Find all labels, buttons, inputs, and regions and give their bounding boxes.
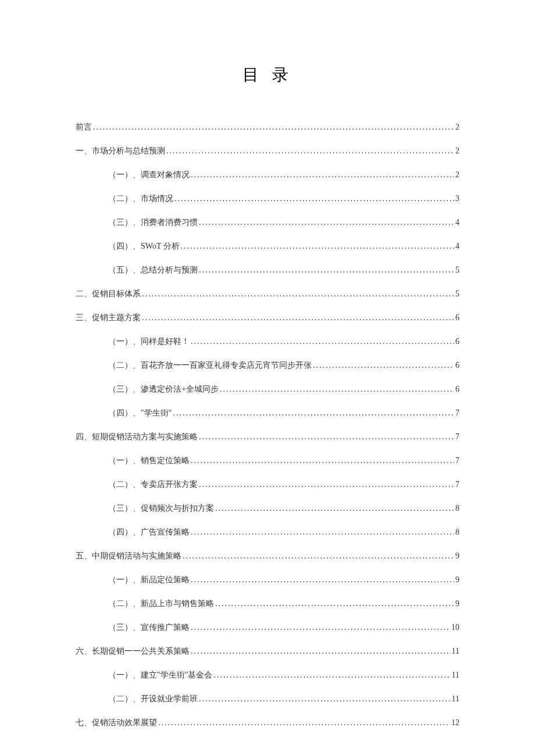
toc-entry-label: 一、市场分析与总结预测: [76, 145, 165, 157]
toc-entry[interactable]: 三、促销主题方案6: [76, 311, 459, 324]
toc-entry[interactable]: （二）、开设就业学前班11: [76, 693, 459, 705]
toc-entry-page: 6: [455, 383, 459, 395]
toc-entry[interactable]: （一）、销售定位策略7: [76, 454, 459, 467]
toc-leader-dots: [93, 121, 454, 133]
toc-entry-label: （二）、市场情况: [108, 192, 173, 205]
toc-entry-label: 二、促销目标体系: [76, 288, 141, 300]
toc-entry-label: （三）、消费者消费习惯: [108, 216, 198, 228]
toc-entry-label: （二）、专卖店开张方案: [108, 478, 198, 490]
toc-entry-page: 7: [455, 407, 459, 419]
toc-leader-dots: [191, 621, 450, 633]
toc-entry-label: （一）、销售定位策略: [108, 454, 190, 467]
toc-entry[interactable]: （五）、总结分析与预测5: [76, 264, 459, 276]
toc-entry-page: 7: [455, 431, 459, 443]
toc-entry[interactable]: 前言2: [76, 121, 459, 133]
toc-entry[interactable]: （三）、宣传推广策略10: [76, 621, 459, 633]
toc-entry[interactable]: 一、市场分析与总结预测2: [76, 145, 459, 157]
toc-entry[interactable]: （三）、渗透定价法+全城同步6: [76, 383, 459, 395]
toc-entry-page: 11: [452, 693, 459, 705]
toc-leader-dots: [213, 669, 450, 681]
toc-entry-label: （一）、调查对象情况: [108, 169, 190, 181]
toc-entry[interactable]: （二）、专卖店开张方案7: [76, 478, 459, 490]
toc-entry-label: （四）、"学生街": [108, 407, 172, 419]
toc-entry-label: （三）、渗透定价法+全城同步: [108, 383, 219, 395]
toc-entry-label: （四）、SWoT 分析: [108, 240, 180, 252]
toc-entry[interactable]: （四）、SWoT 分析4: [76, 240, 459, 252]
toc-leader-dots: [199, 478, 454, 490]
toc-entry[interactable]: 七、促销活动效果展望12: [76, 716, 459, 729]
toc-leader-dots: [181, 240, 454, 252]
toc-entry[interactable]: （一）、新品定位策略9: [76, 574, 459, 586]
toc-entry-label: （一）、同样是好鞋！: [108, 335, 190, 347]
toc-leader-dots: [199, 693, 451, 705]
toc-leader-dots: [142, 288, 454, 300]
toc-entry-page: 4: [455, 216, 459, 228]
toc-entry[interactable]: （四）、"学生街"7: [76, 407, 459, 419]
toc-entry-page: 10: [451, 621, 459, 633]
toc-entry-label: （二）、百花齐放一一百家亚礼得专卖店元宵节同步开张: [108, 359, 312, 371]
toc-entry-label: 六、长期促销一一公共关系策略: [76, 645, 190, 657]
toc-leader-dots: [215, 502, 454, 514]
toc-leader-dots: [220, 383, 454, 395]
toc-entry-page: 6: [455, 335, 459, 347]
toc-leader-dots: [191, 454, 454, 467]
toc-entry-page: 9: [455, 550, 459, 562]
toc-entry[interactable]: （二）、百花齐放一一百家亚礼得专卖店元宵节同步开张6: [76, 359, 459, 371]
toc-entry-label: （三）、促销频次与折扣方案: [108, 502, 214, 514]
toc-entry-page: 6: [455, 311, 459, 324]
toc-leader-dots: [142, 311, 454, 324]
toc-entry-label: （五）、总结分析与预测: [108, 264, 198, 276]
toc-entry-label: （三）、宣传推广策略: [108, 621, 190, 633]
toc-entry-label: （二）、新品上市与销售策略: [108, 597, 214, 610]
toc-entry[interactable]: （二）、市场情况3: [76, 192, 459, 205]
toc-entry[interactable]: （一）、调查对象情况2: [76, 169, 459, 181]
toc-entry[interactable]: （一）、同样是好鞋！6: [76, 335, 459, 347]
toc-entry-page: 5: [455, 288, 459, 300]
toc-leader-dots: [173, 407, 454, 419]
toc-entry-label: 前言: [76, 121, 92, 133]
page-title: 目 录: [76, 64, 459, 86]
toc-entry-page: 7: [455, 478, 459, 490]
toc-entry[interactable]: 五、中期促销活动与实施策略9: [76, 550, 459, 562]
toc-entry-label: 四、短期促销活动方案与实施策略: [76, 431, 198, 443]
toc-leader-dots: [199, 216, 454, 228]
toc-entry-page: 5: [455, 264, 459, 276]
toc-entry-label: 五、中期促销活动与实施策略: [76, 550, 181, 562]
toc-leader-dots: [174, 192, 454, 205]
toc-leader-dots: [158, 716, 450, 729]
toc-entry[interactable]: 二、促销目标体系5: [76, 288, 459, 300]
toc-leader-dots: [199, 264, 454, 276]
toc-leader-dots: [191, 645, 451, 657]
toc-entry-page: 2: [455, 169, 459, 181]
toc-entry[interactable]: （一）、建立"学生街"基金会11: [76, 669, 459, 681]
toc-leader-dots: [191, 574, 454, 586]
toc-leader-dots: [191, 526, 454, 538]
toc-entry-label: 七、促销活动效果展望: [76, 716, 157, 729]
toc-entry-page: 3: [455, 192, 459, 205]
toc-entry-page: 9: [455, 574, 459, 586]
toc-entry-page: 9: [455, 597, 459, 610]
toc-entry[interactable]: （三）、消费者消费习惯4: [76, 216, 459, 228]
toc-entry-page: 12: [451, 716, 459, 729]
toc-entry-page: 8: [455, 526, 459, 538]
toc-leader-dots: [199, 431, 454, 443]
toc-entry-label: 三、促销主题方案: [76, 311, 141, 324]
toc-entry-page: 4: [455, 240, 459, 252]
toc-entry[interactable]: （二）、新品上市与销售策略9: [76, 597, 459, 610]
toc-entry-page: 2: [455, 121, 459, 133]
toc-leader-dots: [183, 550, 454, 562]
toc-entry-page: 6: [455, 359, 459, 371]
table-of-contents: 前言2一、市场分析与总结预测2（一）、调查对象情况2（二）、市场情况3（三）、消…: [76, 121, 459, 729]
toc-entry[interactable]: 六、长期促销一一公共关系策略11: [76, 645, 459, 657]
toc-entry-label: （二）、开设就业学前班: [108, 693, 198, 705]
toc-entry[interactable]: （三）、促销频次与折扣方案8: [76, 502, 459, 514]
toc-entry-page: 11: [452, 669, 459, 681]
toc-entry[interactable]: 四、短期促销活动方案与实施策略7: [76, 431, 459, 443]
toc-entry-label: （四）、广告宣传策略: [108, 526, 190, 538]
toc-entry[interactable]: （四）、广告宣传策略8: [76, 526, 459, 538]
toc-leader-dots: [313, 359, 454, 371]
toc-entry-page: 2: [455, 145, 459, 157]
toc-entry-page: 7: [455, 454, 459, 467]
toc-leader-dots: [166, 145, 454, 157]
toc-entry-page: 11: [452, 645, 459, 657]
